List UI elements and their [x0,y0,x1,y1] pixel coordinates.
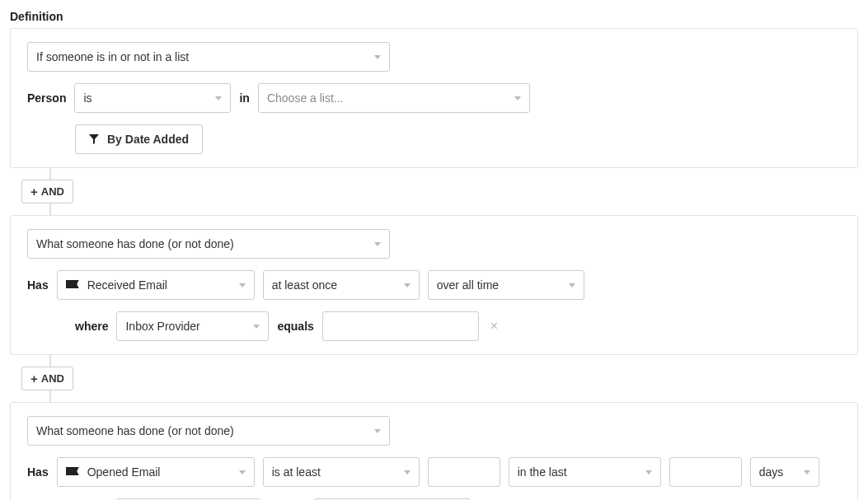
chevron-down-icon [645,470,652,474]
chevron-down-icon [239,283,246,287]
plus-icon: + [30,372,38,385]
condition-block: What someone has done (or not done) Has … [10,402,858,500]
value-field[interactable] [331,312,470,340]
connector-line [49,203,51,215]
connector-line [49,168,51,180]
chevron-down-icon [374,429,381,433]
operator-select[interactable]: is [74,83,231,113]
where-label: where [75,320,108,333]
event-select[interactable]: Received Email [57,270,255,300]
count-field[interactable] [437,458,491,486]
chevron-down-icon [374,55,381,59]
time-unit-select[interactable]: days [750,457,819,487]
comparator-label: equals [277,320,313,333]
chevron-down-icon [514,96,521,100]
list-select[interactable]: Choose a list... [258,83,530,113]
chevron-down-icon [374,242,381,246]
and-label: AND [41,185,64,198]
event-select[interactable]: Opened Email [57,457,255,487]
subject-label: Person [27,91,66,105]
count-input[interactable] [428,457,500,487]
time-unit-value: days [759,465,795,479]
timeframe-select[interactable]: over all time [428,270,584,300]
timeframe-value: in the last [518,465,637,479]
page-title: Definition [10,10,858,23]
list-placeholder: Choose a list... [267,91,506,105]
event-value: Received Email [87,278,231,292]
flag-icon [66,280,79,290]
subject-label: Has [27,278,49,292]
frequency-select[interactable]: is at least [263,457,420,487]
and-connector-button[interactable]: + AND [21,180,73,203]
timeframe-value: over all time [437,278,561,292]
value-input[interactable] [322,311,479,341]
chevron-down-icon [569,283,575,287]
time-value-field[interactable] [678,458,733,486]
connector-line [49,355,51,367]
operator-value: is [83,91,207,105]
chevron-down-icon [253,325,260,329]
and-connector-button[interactable]: + AND [21,367,73,390]
and-label: AND [41,372,64,385]
chevron-down-icon [804,470,810,474]
condition-type-label: What someone has done (or not done) [36,424,366,437]
plus-icon: + [30,185,38,198]
condition-block: What someone has done (or not done) Has … [10,215,858,355]
chevron-down-icon [239,470,246,474]
chevron-down-icon [404,283,411,287]
by-date-added-label: By Date Added [107,133,189,146]
join-label: in [239,91,249,105]
by-date-added-button[interactable]: By Date Added [75,124,203,154]
frequency-select[interactable]: at least once [263,270,420,300]
event-value: Opened Email [87,465,231,479]
condition-block: If someone is in or not in a list Person… [10,28,858,168]
property-select[interactable]: Inbox Provider [116,311,269,341]
remove-filter-icon[interactable]: × [487,319,501,334]
frequency-value: at least once [272,278,396,292]
condition-type-select[interactable]: What someone has done (or not done) [27,229,390,259]
connector-line [49,390,51,402]
property-value: Inbox Provider [125,320,245,333]
chevron-down-icon [404,470,411,474]
condition-type-select[interactable]: What someone has done (or not done) [27,416,390,446]
filter-icon [89,134,99,144]
chevron-down-icon [215,96,222,100]
timeframe-select[interactable]: in the last [509,457,661,487]
frequency-value: is at least [272,465,396,479]
time-value-input[interactable] [669,457,742,487]
flag-icon [66,467,79,477]
subject-label: Has [27,465,49,479]
condition-type-label: If someone is in or not in a list [36,50,366,63]
condition-type-label: What someone has done (or not done) [36,237,366,250]
condition-type-select[interactable]: If someone is in or not in a list [27,42,390,72]
